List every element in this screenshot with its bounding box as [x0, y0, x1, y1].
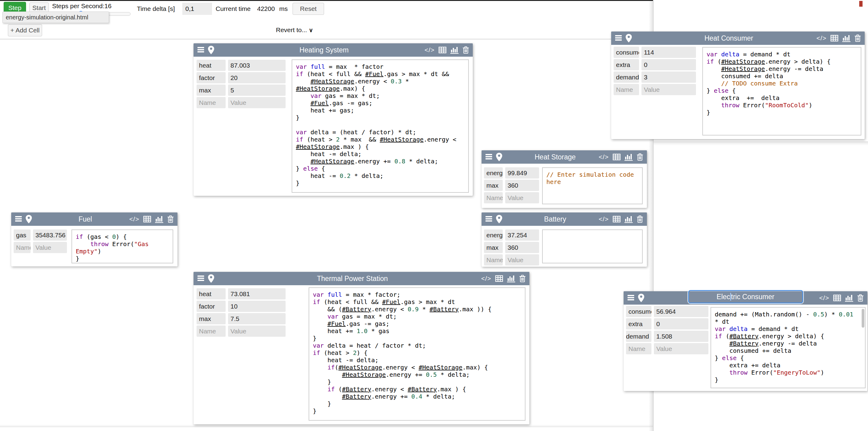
- code-view-icon[interactable]: </>: [129, 216, 139, 223]
- chart-view-icon[interactable]: [845, 294, 853, 302]
- param-name-input[interactable]: max: [196, 85, 226, 96]
- param-name-input[interactable]: max: [196, 313, 226, 324]
- param-name-input[interactable]: max: [484, 180, 503, 191]
- chart-view-icon[interactable]: [624, 153, 633, 161]
- panel-header-drag-handle[interactable]: Fuel</>: [11, 212, 178, 226]
- menu-icon[interactable]: [197, 276, 204, 282]
- menu-icon[interactable]: [486, 154, 492, 160]
- panel-header-drag-handle[interactable]: Heat Consumer</>: [611, 31, 865, 45]
- panel-header-drag-handle[interactable]: Heating System</>: [193, 44, 473, 57]
- param-value-input[interactable]: 87.003: [228, 60, 286, 71]
- param-name-input[interactable]: factor: [196, 301, 226, 312]
- table-view-icon[interactable]: [831, 34, 838, 42]
- param-name-input[interactable]: heat: [196, 60, 226, 71]
- param-name-input[interactable]: gas: [13, 229, 31, 241]
- param-value-input[interactable]: 360: [505, 242, 539, 253]
- table-view-icon[interactable]: [438, 47, 446, 54]
- param-value-placeholder[interactable]: Value: [505, 192, 539, 203]
- panel-heat-consumer[interactable]: Heat Consumer</>consumed114extra0demand3…: [611, 31, 865, 139]
- menu-icon[interactable]: [627, 295, 634, 301]
- trash-icon[interactable]: [857, 294, 864, 302]
- param-name-input[interactable]: extra: [614, 59, 639, 70]
- reset-button[interactable]: Reset: [292, 3, 324, 15]
- code-view-icon[interactable]: </>: [425, 47, 435, 54]
- chart-view-icon[interactable]: [842, 34, 850, 42]
- param-value-input[interactable]: 20: [228, 72, 286, 83]
- chart-view-icon[interactable]: [155, 215, 163, 223]
- param-name-placeholder[interactable]: Name: [13, 242, 31, 253]
- panel-header-drag-handle[interactable]: Battery</>: [482, 212, 647, 226]
- code-editor[interactable]: // Enter simulation code here: [542, 167, 643, 204]
- param-name-input[interactable]: demand: [614, 71, 639, 83]
- trash-icon[interactable]: [637, 215, 643, 223]
- trash-icon[interactable]: [637, 153, 643, 161]
- menu-icon[interactable]: [15, 216, 22, 222]
- code-view-icon[interactable]: </>: [816, 34, 827, 42]
- param-name-input[interactable]: heat: [196, 288, 226, 299]
- table-view-icon[interactable]: [143, 216, 151, 223]
- trash-icon[interactable]: [167, 215, 174, 223]
- chart-view-icon[interactable]: [507, 275, 515, 283]
- param-value-input[interactable]: 3: [642, 71, 696, 83]
- trash-icon[interactable]: [519, 275, 526, 283]
- code-editor-scrollbar[interactable]: [862, 309, 864, 328]
- menu-icon[interactable]: [197, 47, 204, 53]
- param-value-input[interactable]: 360: [505, 180, 539, 191]
- param-value-input[interactable]: 7.5: [228, 313, 286, 324]
- param-value-placeholder[interactable]: Value: [228, 97, 286, 108]
- code-editor[interactable]: var delta = demand * dt if (#HeatStorage…: [702, 47, 861, 136]
- panel-header-drag-handle[interactable]: Thermal Power Station</>: [193, 272, 529, 285]
- panel-header-drag-handle[interactable]: Heat Storage</>: [482, 150, 647, 164]
- param-name-input[interactable]: consumed: [626, 306, 651, 317]
- param-name-input[interactable]: max: [484, 242, 503, 253]
- trash-icon[interactable]: [855, 34, 861, 42]
- time-delta-input[interactable]: 0,1: [182, 3, 212, 15]
- code-view-icon[interactable]: </>: [599, 216, 609, 223]
- trash-icon[interactable]: [462, 46, 469, 54]
- panel-heating-system[interactable]: Heating System</>heat87.003factor20max5N…: [193, 44, 473, 196]
- panel-heat-storage[interactable]: Heat Storage</>energy99.849max360NameVal…: [482, 150, 647, 208]
- param-name-input[interactable]: demand: [626, 331, 651, 342]
- param-value-input[interactable]: 5: [228, 85, 286, 96]
- code-view-icon[interactable]: </>: [599, 153, 609, 161]
- param-name-input[interactable]: energy: [484, 167, 503, 178]
- param-value-input[interactable]: 0: [642, 59, 696, 70]
- param-name-input[interactable]: factor: [196, 72, 226, 83]
- menu-icon[interactable]: [486, 216, 492, 222]
- param-name-placeholder[interactable]: Name: [484, 254, 503, 265]
- param-value-input[interactable]: 0: [654, 318, 708, 329]
- table-view-icon[interactable]: [495, 275, 503, 282]
- param-value-input[interactable]: 1.508: [654, 331, 708, 342]
- panel-title-input[interactable]: Electric Consumer: [688, 290, 803, 304]
- panel-electric-consumer[interactable]: Electric Consumer</>consumed56.964extra0…: [624, 291, 867, 391]
- param-value-placeholder[interactable]: Value: [654, 343, 708, 354]
- panel-fuel[interactable]: Fuel</>gas35483.756NameValueif (gas < 0)…: [11, 212, 178, 266]
- code-editor[interactable]: var full = max * factor; if (heat < full…: [309, 287, 525, 421]
- param-value-input[interactable]: 56.964: [654, 306, 708, 317]
- panel-header-drag-handle[interactable]: Electric Consumer</>: [624, 291, 867, 305]
- param-name-input[interactable]: extra: [626, 318, 651, 329]
- table-view-icon[interactable]: [833, 294, 841, 301]
- code-editor[interactable]: [542, 229, 643, 263]
- param-value-placeholder[interactable]: Value: [228, 325, 286, 337]
- param-name-placeholder[interactable]: Name: [614, 84, 639, 95]
- param-value-input[interactable]: 10: [228, 301, 286, 312]
- table-view-icon[interactable]: [613, 216, 621, 223]
- code-editor[interactable]: if (gas < 0) { throw Error("Gas Empty") …: [71, 229, 173, 263]
- add-cell-button[interactable]: + Add Cell: [8, 24, 42, 36]
- panel-thermal-power-station[interactable]: Thermal Power Station</>heat73.081factor…: [193, 272, 529, 424]
- code-editor[interactable]: var full = max * factor if (heat < full …: [292, 59, 469, 193]
- param-value-input[interactable]: 73.081: [228, 288, 286, 299]
- chart-view-icon[interactable]: [451, 46, 459, 54]
- param-value-placeholder[interactable]: Value: [505, 254, 539, 265]
- param-value-input[interactable]: 37.254: [505, 229, 539, 241]
- param-name-placeholder[interactable]: Name: [196, 97, 226, 108]
- param-value-input[interactable]: 99.849: [505, 167, 539, 178]
- panel-battery[interactable]: Battery</>energy37.254max360NameValue: [482, 212, 647, 267]
- param-name-input[interactable]: consumed: [614, 47, 639, 58]
- param-value-input[interactable]: 114: [642, 47, 696, 58]
- menu-icon[interactable]: [615, 35, 622, 41]
- param-name-placeholder[interactable]: Name: [196, 325, 226, 337]
- revert-to-dropdown[interactable]: Revert to...∨: [276, 26, 313, 34]
- param-name-placeholder[interactable]: Name: [484, 192, 503, 203]
